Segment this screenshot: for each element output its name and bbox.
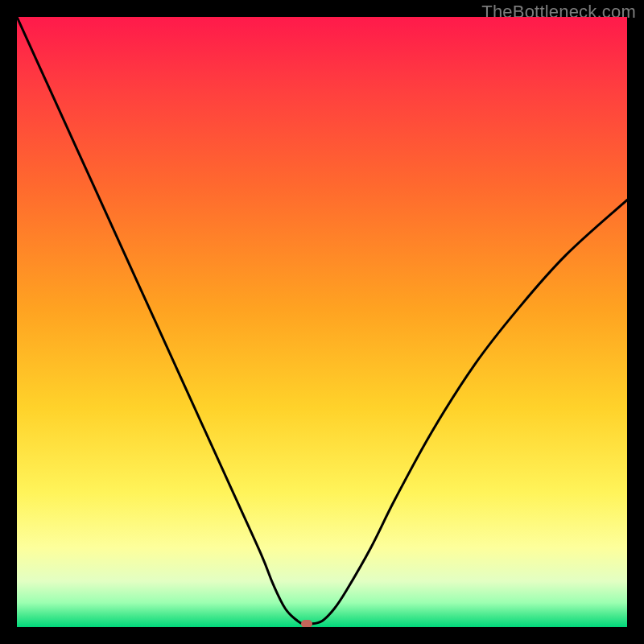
curve-svg xyxy=(17,17,627,627)
minimum-marker-icon xyxy=(301,620,312,627)
chart-frame: TheBottleneck.com xyxy=(0,0,644,644)
bottleneck-curve xyxy=(17,17,627,625)
plot-area xyxy=(17,17,627,627)
